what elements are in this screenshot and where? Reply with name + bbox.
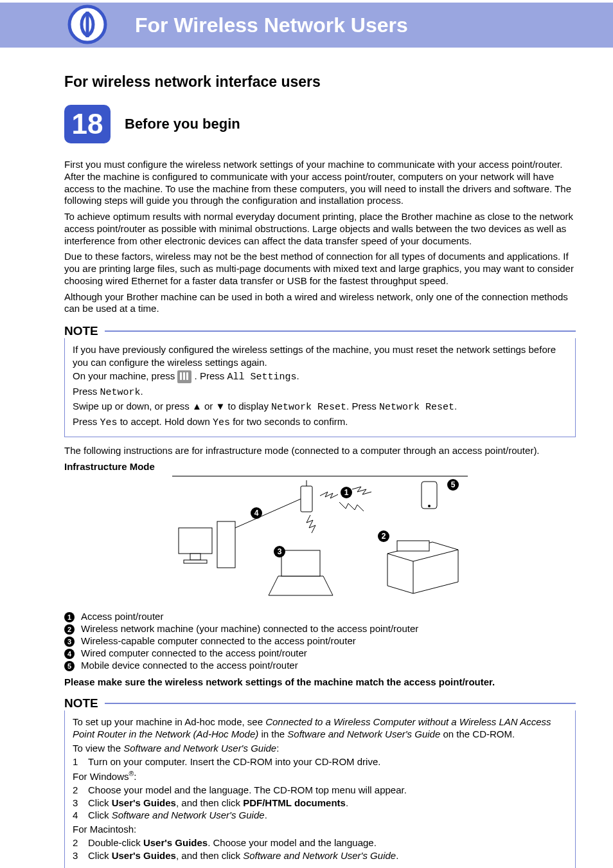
t: Turn on your computer. Insert the CD-ROM… — [88, 755, 380, 768]
infrastructure-diagram: 1 5 4 2 3 — [172, 476, 468, 604]
step-title: Before you begin — [125, 116, 240, 132]
guide-ref: Software and Network User's Guide — [287, 728, 440, 739]
t: . — [346, 797, 348, 808]
t: For Windows — [73, 771, 129, 782]
code-all-settings: All Settings — [227, 372, 296, 383]
guide-ref-4: Software and Network User's Guide — [243, 850, 396, 861]
code-network-reset-2: Network Reset — [379, 402, 454, 413]
guide-ref-3: Software and Network User's Guide — [112, 809, 265, 820]
t: Click — [88, 797, 112, 808]
legend-num: 3 — [64, 637, 75, 647]
svg-point-5 — [428, 505, 431, 507]
t: : — [276, 743, 279, 754]
mac-step-2: 2Double-click User's Guides. Choose your… — [73, 836, 567, 849]
up-arrow-icon: ▲ — [192, 401, 202, 411]
note1-line3: Press Network. — [73, 385, 567, 399]
t: . — [265, 809, 267, 820]
note-label: NOTE — [64, 324, 102, 338]
legend-num: 5 — [64, 661, 75, 671]
n: 1 — [73, 755, 82, 768]
t: or — [202, 401, 216, 411]
down-arrow-icon: ▼ — [215, 401, 225, 411]
callout-1: 1 — [341, 487, 352, 498]
for-windows: For Windows®: — [73, 770, 567, 783]
note1-line5: Press Yes to accept. Hold down Yes for t… — [73, 415, 567, 429]
note-rule — [105, 703, 576, 704]
legend-num: 2 — [64, 624, 75, 635]
t: Double-click — [88, 837, 143, 848]
legend-text: Wireless-capable computer connected to t… — [81, 635, 356, 646]
legend-text: Access point/router — [81, 611, 163, 622]
note-1-box: If you have previously configured the wi… — [64, 338, 576, 437]
legend-row-1: 1Access point/router — [64, 611, 576, 622]
code-network: Network — [100, 387, 141, 398]
svg-rect-7 — [281, 550, 320, 576]
t: Click Software and Network User's Guide. — [88, 809, 267, 822]
callout-2: 2 — [378, 530, 389, 542]
t: Choose your model and the language. The … — [88, 784, 407, 797]
legend-num: 1 — [64, 612, 75, 622]
n: 2 — [73, 836, 82, 849]
intro-para-2: To achieve optimum results with normal e… — [64, 211, 576, 247]
svg-rect-6 — [397, 541, 429, 551]
win-step-3: 3Click User's Guides, and then click PDF… — [73, 797, 567, 809]
callout-5: 5 — [447, 479, 459, 491]
t: . Choose your model and the language. — [208, 837, 377, 848]
note1-line4: Swipe up or down, or press ▲ or ▼ to dis… — [73, 400, 567, 414]
note-rule — [105, 330, 576, 332]
note-1-header: NOTE — [64, 324, 576, 338]
t: To view the — [73, 743, 123, 754]
wireless-icon — [64, 1, 111, 50]
t: : — [134, 771, 136, 782]
callout-4: 4 — [251, 507, 262, 519]
t: for two seconds to confirm. — [230, 416, 348, 427]
svg-rect-4 — [422, 482, 437, 509]
t: , and then click — [176, 850, 243, 861]
diagram-legend: 1Access point/router 2Wireless network m… — [64, 611, 576, 671]
note-2-box: To set up your machine in Ad-hoc mode, s… — [64, 710, 576, 868]
t: in the — [258, 728, 287, 739]
guide-ref-2: Software and Network User's Guide — [123, 743, 276, 754]
t: Swipe up or down, or press — [73, 401, 192, 411]
note-label: NOTE — [64, 696, 102, 710]
note2-adhoc: To set up your machine in Ad-hoc mode, s… — [73, 716, 567, 741]
legend-row-4: 4Wired computer connected to the access … — [64, 647, 576, 659]
n: 3 — [73, 849, 82, 862]
legend-text: Wireless network machine (your machine) … — [81, 623, 418, 634]
step-1: 1Turn on your computer. Insert the CD-RO… — [73, 755, 567, 768]
users-guides-ref-2: User's Guides — [143, 837, 208, 848]
intro-para-4: Although your Brother machine can be use… — [64, 291, 576, 316]
banner: For Wireless Network Users — [0, 3, 613, 48]
n: 2 — [73, 784, 82, 797]
t: Click — [88, 850, 112, 861]
t: Press — [73, 416, 100, 427]
users-guides-ref: User's Guides — [112, 797, 176, 808]
svg-line-12 — [235, 499, 301, 528]
infra-intro: The following instructions are for infra… — [64, 445, 576, 457]
intro-para-1: First you must configure the wireless ne… — [64, 159, 576, 207]
legend-text: Wired computer connected to the access p… — [81, 647, 307, 658]
t: . Press — [346, 401, 379, 411]
t: Double-click User's Guides. Choose your … — [88, 836, 377, 849]
svg-rect-8 — [179, 528, 212, 554]
svg-rect-2 — [301, 486, 312, 512]
infra-heading: Infrastructure Mode — [64, 461, 576, 472]
step-number-badge: 18 — [64, 105, 111, 143]
diagram-wrap: 1 5 4 2 3 — [64, 476, 576, 604]
n: 3 — [73, 797, 82, 809]
win-step-4: 4Click Software and Network User's Guide… — [73, 809, 567, 822]
t: to display — [225, 401, 271, 411]
t: . Press — [195, 370, 227, 381]
n: 4 — [73, 809, 82, 822]
win-step-2: 2Choose your model and the language. The… — [73, 784, 567, 797]
legend-row-5: 5Mobile device connected to the access p… — [64, 660, 576, 671]
t: to accept. Hold down — [118, 416, 213, 427]
legend-text: Mobile device connected to the access po… — [81, 660, 298, 671]
note1-line2: On your machine, press . Press All Setti… — [73, 370, 567, 384]
svg-rect-9 — [190, 554, 200, 560]
callout-3: 3 — [274, 546, 285, 557]
step-header: 18 Before you begin — [64, 105, 576, 143]
users-guides-ref-3: User's Guides — [112, 850, 176, 861]
t: On your machine, press — [73, 370, 177, 381]
t: . — [141, 386, 143, 397]
